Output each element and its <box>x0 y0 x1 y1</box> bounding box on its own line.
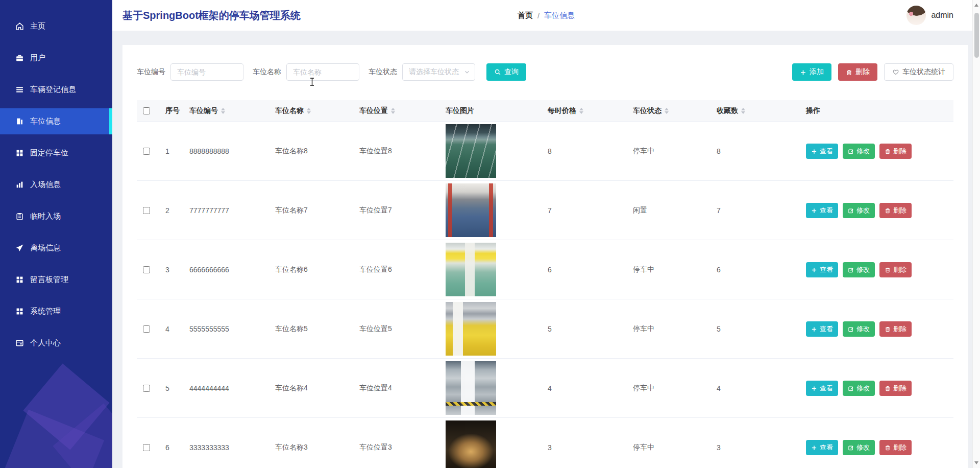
parking-photo[interactable] <box>446 243 496 296</box>
breadcrumb-current[interactable]: 车位信息 <box>544 11 575 20</box>
row-delete-button[interactable]: 删除 <box>879 262 912 277</box>
sidebar-item-system-management[interactable]: 系统管理 <box>0 298 112 324</box>
filter-code-input[interactable] <box>170 63 243 81</box>
column-header[interactable]: 收藏数 <box>717 106 806 115</box>
row-checkbox[interactable] <box>143 207 150 214</box>
page-title: 基于SpringBoot框架的停车场管理系统 <box>122 9 301 22</box>
status-stats-label: 车位状态统计 <box>902 67 945 77</box>
column-header-label: 车位状态 <box>633 106 662 115</box>
sidebar-item-label: 车位信息 <box>30 116 61 126</box>
row-index: 5 <box>165 384 169 392</box>
row-delete-button-label: 删除 <box>893 265 906 274</box>
column-header[interactable]: 车位位置 <box>359 106 446 115</box>
sidebar-item-home[interactable]: 主页 <box>0 13 112 39</box>
scrollbar-up-arrow[interactable] <box>974 4 978 7</box>
filter-status-label: 车位状态 <box>369 67 397 77</box>
view-button[interactable]: 查看 <box>806 262 838 277</box>
parking-location: 车位位置6 <box>359 265 392 274</box>
row-delete-button-label: 删除 <box>893 206 906 215</box>
filter-code: 车位编号 <box>137 63 243 81</box>
row-delete-button[interactable]: 删除 <box>879 440 912 455</box>
column-header[interactable]: 每时价格 <box>548 106 633 115</box>
scrollbar-thumb[interactable] <box>974 13 979 58</box>
column-header[interactable]: 车位编号 <box>189 106 275 115</box>
select-all-checkbox[interactable] <box>143 107 150 114</box>
row-delete-button-label: 删除 <box>893 324 906 334</box>
column-header[interactable]: 车位名称 <box>275 106 359 115</box>
edit-button[interactable]: 修改 <box>843 203 875 218</box>
row-checkbox[interactable] <box>143 148 150 155</box>
sidebar-item-fixed-parking[interactable]: 固定停车位 <box>0 140 112 166</box>
sort-caret-icon[interactable] <box>221 108 225 114</box>
parking-code: 5555555555 <box>189 325 229 333</box>
column-header-label: 车位编号 <box>189 106 218 115</box>
row-checkbox[interactable] <box>143 385 150 392</box>
parking-photo[interactable] <box>446 420 496 468</box>
sidebar-item-entry-info[interactable]: 入场信息 <box>0 172 112 198</box>
delete-button[interactable]: 删除 <box>838 63 877 81</box>
row-checkbox[interactable] <box>143 444 150 451</box>
column-header[interactable]: 车位状态 <box>633 106 717 115</box>
row-delete-button[interactable]: 删除 <box>879 144 912 159</box>
view-button[interactable]: 查看 <box>806 321 838 337</box>
sort-caret-icon[interactable] <box>307 108 311 114</box>
sidebar-item-temporary-entry[interactable]: 临时入场 <box>0 203 112 229</box>
search-button[interactable]: 查询 <box>486 63 526 81</box>
view-button[interactable]: 查看 <box>806 203 838 218</box>
edit-button[interactable]: 修改 <box>843 381 875 396</box>
sidebar-item-exit-info[interactable]: 离场信息 <box>0 235 112 261</box>
sidebar-item-parking-space-info[interactable]: 车位信息 <box>0 108 112 134</box>
parking-photo[interactable] <box>446 183 496 237</box>
sort-caret-icon[interactable] <box>579 108 583 114</box>
sidebar-item-label: 个人中心 <box>30 338 61 348</box>
column-header-label: 每时价格 <box>548 106 576 115</box>
row-checkbox[interactable] <box>143 325 150 333</box>
sort-caret-icon[interactable] <box>391 108 395 114</box>
scrollbar-down-arrow[interactable] <box>974 461 978 464</box>
edit-button[interactable]: 修改 <box>843 440 875 455</box>
avatar[interactable] <box>906 6 926 25</box>
parking-photo[interactable] <box>446 124 496 178</box>
sidebar-item-label: 离场信息 <box>30 243 61 253</box>
edit-button[interactable]: 修改 <box>843 144 875 159</box>
scrollbar[interactable] <box>972 0 980 468</box>
sidebar-item-label: 车辆登记信息 <box>30 85 76 95</box>
edit-button[interactable]: 修改 <box>843 262 875 277</box>
filter-name-input[interactable] <box>286 63 359 81</box>
edit-button[interactable]: 修改 <box>843 321 875 337</box>
sidebar-item-personal-center[interactable]: 个人中心 <box>0 330 112 356</box>
row-delete-button[interactable]: 删除 <box>879 381 912 396</box>
view-button[interactable]: 查看 <box>806 144 838 159</box>
sort-caret-icon[interactable] <box>665 108 669 114</box>
filter-code-label: 车位编号 <box>137 67 165 77</box>
trash-icon <box>885 148 891 154</box>
status-stats-button[interactable]: 车位状态统计 <box>884 63 953 81</box>
add-button[interactable]: 添加 <box>792 63 831 81</box>
content-panel: 车位编号 车位名称 车位状态 请选择车位状态 <box>122 45 968 468</box>
parking-code: 3333333333 <box>189 443 229 452</box>
parking-status: 停车中 <box>633 384 654 393</box>
parking-location: 车位位置3 <box>359 443 392 452</box>
breadcrumb-home[interactable]: 首页 <box>518 11 533 20</box>
sidebar-item-vehicle-registration[interactable]: 车辆登记信息 <box>0 77 112 103</box>
row-delete-button[interactable]: 删除 <box>879 321 912 337</box>
parking-code: 4444444444 <box>189 384 229 392</box>
table-row: 18888888888车位名称8车位位置88停车中8查看修改删除 <box>137 122 953 181</box>
view-button[interactable]: 查看 <box>806 440 838 455</box>
sort-caret-icon[interactable] <box>741 108 745 114</box>
view-button[interactable]: 查看 <box>806 381 838 396</box>
parking-photo[interactable] <box>446 361 496 415</box>
parking-name: 车位名称5 <box>275 324 308 334</box>
chevron-down-icon <box>463 68 471 76</box>
edit-icon <box>848 148 854 154</box>
grid-icon <box>15 275 24 284</box>
sidebar-item-message-board[interactable]: 留言板管理 <box>0 267 112 293</box>
breadcrumb-separator: / <box>537 11 540 20</box>
send-icon <box>15 244 24 252</box>
filter-status-select[interactable]: 请选择车位状态 <box>402 63 475 81</box>
parking-photo[interactable] <box>446 302 496 356</box>
sidebar-item-users[interactable]: 用户 <box>0 45 112 71</box>
row-checkbox[interactable] <box>143 266 150 273</box>
edit-icon <box>848 326 854 332</box>
row-delete-button[interactable]: 删除 <box>879 203 912 218</box>
